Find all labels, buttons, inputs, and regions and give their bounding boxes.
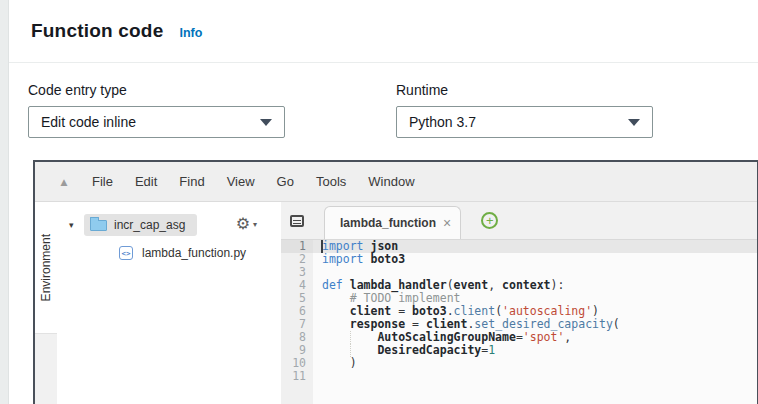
token-id: response	[350, 317, 405, 331]
code-area: 1234567891011 import jsonimport boto3def…	[281, 240, 757, 404]
tab-label: lambda_function	[340, 216, 436, 230]
new-tab-button[interactable]: +	[481, 212, 498, 229]
tab-bar: lambda_function × +	[281, 202, 757, 240]
token-id: boto3	[370, 252, 405, 266]
line-number: 4	[281, 279, 313, 292]
info-link[interactable]: Info	[179, 26, 202, 40]
token-kw: import	[322, 252, 364, 266]
token-pl	[343, 278, 350, 292]
menu-view[interactable]: View	[216, 174, 266, 189]
line-number: 3	[281, 266, 313, 279]
code-line-10[interactable]: )	[313, 357, 757, 370]
tab-lambda-function[interactable]: lambda_function ×	[324, 206, 461, 239]
menu-edit[interactable]: Edit	[124, 174, 168, 189]
code-line-2[interactable]: import boto3	[313, 253, 757, 266]
folder-icon	[90, 220, 107, 231]
gutter: 1234567891011	[281, 240, 313, 404]
token-num: 1	[488, 343, 495, 357]
header-divider	[9, 62, 758, 63]
token-pl: )	[322, 356, 357, 370]
line-number: 5	[281, 292, 313, 305]
token-kw: def	[322, 278, 343, 292]
token-pl: ,	[564, 330, 571, 344]
menu-tools[interactable]: Tools	[305, 174, 357, 189]
token-pl: .	[447, 304, 454, 318]
line-number: 2	[281, 253, 313, 266]
token-id: DesiredCapacity	[377, 343, 481, 357]
line-number: 7	[281, 318, 313, 331]
menu-window[interactable]: Window	[357, 174, 425, 189]
token-pl: =	[391, 304, 412, 318]
runtime-field: Runtime Python 3.7	[396, 82, 653, 138]
token-pl: ):	[551, 278, 565, 292]
gear-caret-icon: ▾	[253, 220, 257, 229]
code-file-icon: <>	[119, 246, 133, 260]
collapse-editor-icon[interactable]: ▲	[47, 177, 81, 187]
token-pl: ,	[488, 278, 502, 292]
token-fn: client	[454, 304, 496, 318]
token-com: # TODO implement	[350, 291, 461, 305]
environment-tab[interactable]: Environment	[35, 202, 57, 334]
menu-file[interactable]: File	[81, 174, 124, 189]
page-title: Function code	[31, 20, 163, 42]
token-id: AutoScalingGroupName	[377, 330, 515, 344]
editor-column: lambda_function × + 1234567891011 import…	[281, 202, 757, 404]
token-pl: =	[516, 330, 523, 344]
runtime-value: Python 3.7	[409, 114, 476, 130]
code-entry-value: Edit code inline	[41, 114, 136, 130]
code-entry-label: Code entry type	[28, 82, 285, 98]
token-pl	[322, 304, 350, 318]
token-kw: import	[322, 239, 364, 253]
token-pl: (	[613, 317, 620, 331]
chevron-down-icon	[628, 119, 640, 126]
file-name: lambda_function.py	[142, 246, 246, 260]
editor-body: Environment ▾ incr_cap_asg ⚙ ▾ <>	[35, 202, 757, 404]
menu-find[interactable]: Find	[168, 174, 215, 189]
token-pl: =	[405, 317, 426, 331]
menu-bar-items: FileEditFindViewGoToolsWindow	[81, 174, 426, 189]
open-files-list-icon[interactable]	[290, 215, 304, 227]
token-str: 'autoscaling'	[502, 304, 592, 318]
function-code-panel: Function code Info Code entry type Edit …	[8, 0, 758, 404]
token-id: boto3	[412, 304, 447, 318]
tree-expand-caret-icon[interactable]: ▾	[69, 220, 84, 230]
line-number: 1	[281, 240, 313, 253]
token-pl	[322, 291, 350, 305]
token-id: lambda_handler	[350, 278, 447, 292]
code-line-9[interactable]: DesiredCapacity=1	[313, 344, 757, 357]
token-id: event	[454, 278, 489, 292]
token-pl	[322, 317, 350, 331]
tab-close-icon[interactable]: ×	[443, 218, 451, 228]
runtime-select[interactable]: Python 3.7	[396, 106, 653, 138]
folder-name: incr_cap_asg	[114, 218, 185, 232]
editor-menu-bar: ▲ FileEditFindViewGoToolsWindow	[35, 162, 757, 202]
selected-folder[interactable]: incr_cap_asg	[84, 214, 197, 236]
code-entry-select[interactable]: Edit code inline	[28, 106, 285, 138]
menu-go[interactable]: Go	[266, 174, 305, 189]
line-number: 6	[281, 305, 313, 318]
code-line-11[interactable]	[313, 370, 757, 383]
code-entry-field: Code entry type Edit code inline	[28, 82, 285, 138]
token-pl: (	[447, 278, 454, 292]
file-tree-panel: ▾ incr_cap_asg ⚙ ▾ <> lambda_function.py	[57, 202, 281, 404]
environment-strip: Environment	[35, 202, 57, 404]
panel-header: Function code Info	[9, 0, 758, 42]
token-pl: )	[592, 304, 599, 318]
line-number: 11	[281, 370, 313, 383]
line-number: 8	[281, 331, 313, 344]
tree-settings-button[interactable]: ⚙ ▾	[236, 216, 257, 232]
tree-row-file[interactable]: <> lambda_function.py	[57, 246, 281, 260]
token-fn: set_desired_capacity	[474, 317, 612, 331]
token-str: 'spot'	[523, 330, 565, 344]
code-editor-frame: ▲ FileEditFindViewGoToolsWindow Environm…	[33, 160, 758, 404]
gear-icon: ⚙	[236, 216, 250, 232]
environment-tab-label: Environment	[39, 234, 53, 301]
code-lines[interactable]: import jsonimport boto3def lambda_handle…	[313, 240, 757, 404]
runtime-label: Runtime	[396, 82, 653, 98]
chevron-down-icon	[260, 119, 272, 126]
token-id: client	[426, 317, 468, 331]
token-id: client	[350, 304, 392, 318]
token-id: context	[502, 278, 550, 292]
token-id: json	[370, 239, 398, 253]
